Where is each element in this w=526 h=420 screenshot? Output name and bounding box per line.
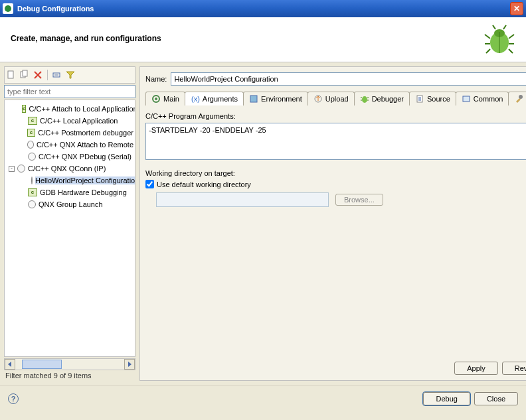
revert-button[interactable]: Revert — [502, 362, 526, 375]
c-icon: c — [22, 105, 26, 113]
browse-button: Browse... — [335, 194, 383, 206]
svg-text:(x)=: (x)= — [191, 95, 200, 103]
use-default-checkbox-input[interactable] — [145, 180, 154, 188]
svg-point-15 — [519, 95, 523, 99]
scroll-track[interactable] — [15, 359, 124, 370]
tree-item[interactable]: cGDB Hardware Debugging — [6, 186, 133, 198]
working-directory-input — [156, 192, 329, 207]
tab-common[interactable]: Common — [456, 92, 509, 105]
duplicate-config-icon[interactable] — [19, 70, 30, 80]
tab-debugger[interactable]: Debugger — [354, 92, 410, 105]
use-default-label: Use default working directory — [157, 180, 251, 188]
launch-config-icon — [31, 176, 33, 184]
tree-item[interactable]: C/C++ QNX PDebug (Serial) — [6, 151, 133, 163]
header-title: Create, manage, and run configurations — [11, 34, 161, 43]
collapse-icon[interactable]: - — [9, 166, 15, 172]
tree-item-selected[interactable]: HelloWorldProject Configuration — [6, 175, 133, 186]
tab-tools[interactable]: Tools — [508, 92, 526, 105]
tab-main[interactable]: Main — [145, 92, 185, 105]
working-directory-label: Working directory on target: — [145, 169, 235, 177]
c-icon: c — [28, 117, 37, 125]
collapse-all-icon[interactable] — [52, 70, 62, 80]
new-config-icon[interactable] — [6, 70, 17, 80]
c-icon: c — [27, 129, 35, 137]
arguments-value: -STARTDELAY -20 -ENDDELAY -25 — [149, 126, 266, 134]
filter-status: Filter matched 9 of 9 items — [4, 370, 135, 381]
tree-item[interactable]: cC/C++ Postmortem debugger — [6, 127, 133, 139]
horizontal-scrollbar[interactable] — [4, 358, 135, 370]
arguments-textarea[interactable]: -STARTDELAY -20 -ENDDELAY -25 ˄ ˅ — [145, 123, 526, 160]
left-panel: cC/C++ Attach to Local Application cC/C+… — [4, 66, 135, 381]
svg-point-0 — [5, 5, 11, 12]
use-default-checkbox[interactable]: Use default working directory — [145, 180, 526, 188]
help-icon[interactable]: ? — [8, 393, 19, 404]
dialog-footer: ? Debug Close — [0, 385, 526, 412]
name-label: Name: — [145, 75, 167, 83]
svg-rect-5 — [23, 70, 27, 76]
c-icon: c — [28, 188, 37, 196]
scroll-thumb[interactable] — [22, 360, 62, 369]
window-titlebar: Debug Configurations ✕ — [0, 0, 526, 17]
debugger-tab-icon — [360, 94, 369, 104]
debug-bug-icon — [483, 24, 515, 56]
tree-item[interactable]: cC/C++ Local Application — [6, 115, 133, 127]
filter-input[interactable] — [4, 85, 135, 98]
close-button[interactable]: Close — [474, 392, 518, 405]
config-tree[interactable]: cC/C++ Attach to Local Application cC/C+… — [4, 100, 135, 357]
svg-point-12 — [362, 96, 367, 103]
config-editor-panel: Name: Main (x)=Arguments Environment Upl… — [139, 66, 526, 381]
window-close-button[interactable]: ✕ — [510, 2, 523, 15]
config-toolbar — [4, 66, 135, 84]
qnx-icon — [28, 153, 36, 161]
tree-item-expanded[interactable]: -C/C++ QNX QConn (IP) — [6, 163, 133, 175]
debug-button[interactable]: Debug — [423, 392, 470, 405]
scroll-right-icon[interactable] — [124, 359, 135, 370]
tree-item[interactable]: QNX Group Launch — [6, 198, 133, 210]
qnx-icon — [17, 165, 25, 173]
tree-item[interactable]: C/C++ QNX Attach to Remote — [6, 139, 133, 151]
tab-environment[interactable]: Environment — [243, 92, 308, 105]
svg-rect-14 — [463, 96, 470, 102]
app-icon — [3, 3, 13, 14]
tab-arguments[interactable]: (x)=Arguments — [185, 92, 244, 105]
scroll-left-icon[interactable] — [5, 359, 15, 370]
svg-rect-10 — [250, 96, 257, 102]
window-title: Debug Configurations — [17, 5, 94, 13]
environment-tab-icon — [249, 94, 258, 104]
dialog-header: Create, manage, and run configurations — [0, 17, 526, 62]
arguments-label: C/C++ Program Arguments: — [145, 112, 526, 120]
delete-config-icon[interactable] — [33, 70, 43, 80]
source-tab-icon — [415, 94, 424, 104]
config-tabs: Main (x)=Arguments Environment Upload De… — [145, 91, 526, 105]
launch-config-icon — [28, 200, 36, 208]
apply-button[interactable]: Apply — [454, 362, 498, 375]
common-tab-icon — [462, 94, 471, 104]
toolbar-separator — [47, 70, 48, 80]
upload-tab-icon — [313, 94, 323, 104]
tab-source[interactable]: Source — [409, 92, 456, 105]
main-tab-icon — [151, 94, 161, 104]
filter-menu-icon[interactable] — [65, 70, 76, 80]
svg-point-8 — [155, 98, 157, 100]
tree-item[interactable]: cC/C++ Attach to Local Application — [6, 103, 133, 115]
tab-upload[interactable]: Upload — [307, 92, 355, 105]
arguments-tab-icon: (x)= — [191, 94, 200, 104]
qnx-icon — [27, 141, 34, 149]
svg-rect-3 — [8, 71, 13, 78]
name-input[interactable] — [171, 72, 526, 86]
tools-tab-icon — [514, 94, 523, 104]
